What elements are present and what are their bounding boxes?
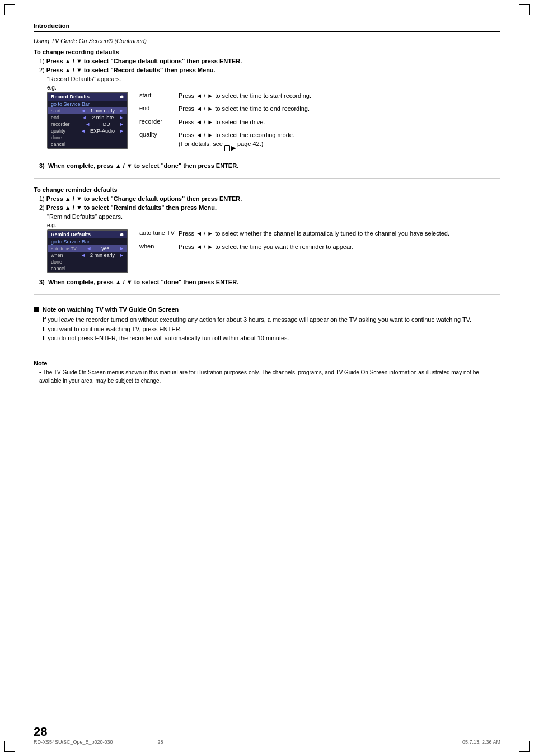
appears-text-1: "Record Defaults" appears.: [47, 76, 500, 82]
tv-autotune-right-arrow: ►: [119, 246, 124, 251]
step-2-1: 1) Press ▲ / ▼ to select "Change default…: [39, 195, 500, 202]
note-watching-tv-header: Note on watching TV with TV Guide On Scr…: [34, 306, 500, 313]
step-1-3-text: 3) When complete, press ▲ / ▼ to select …: [39, 162, 238, 169]
tv-row-recorder: recorder ◄ HDD ►: [48, 121, 127, 128]
footer-page: 28: [158, 739, 163, 745]
tv-quality-value: EXP-Audio: [90, 128, 115, 134]
tv-start-right-arrow: ►: [119, 108, 124, 114]
step-2-2-num: 2): [39, 204, 46, 211]
tv-start-value: 1 min early: [90, 108, 115, 114]
desc-key-end: end: [139, 105, 179, 111]
note-watching-tv-title: Note on watching TV with TV Guide On Scr…: [43, 306, 179, 313]
tv-row-quality: quality ◄ EXP-Audio ►: [48, 128, 127, 134]
note-body-line-3: If you do not press ENTER, the recorder …: [43, 334, 500, 343]
tv-row-2-cancel: cancel: [48, 265, 127, 272]
tv-end-label: end: [51, 115, 76, 120]
tv-service-bar-label: go to Service Bar: [51, 101, 90, 107]
small-note-body: • The TV Guide On Screen menus shown in …: [39, 368, 500, 385]
tv-screen-1: Record Defaults ⏺ go to Service Bar star…: [47, 92, 128, 149]
footer-left: RD-XS54SU/SC_Ope_E_p020-030 28: [34, 739, 163, 745]
note-square-icon: [34, 307, 39, 312]
note-watching-tv: Note on watching TV with TV Guide On Scr…: [34, 306, 500, 343]
footer-file: RD-XS54SU/SC_Ope_E_p020-030: [34, 739, 113, 745]
desc-key-recorder: recorder: [139, 118, 179, 125]
tv-when-value: 2 min early: [90, 252, 115, 258]
tv-header-1: Record Defaults ⏺: [48, 93, 127, 101]
tv-icon-1: ⏺: [120, 95, 124, 100]
chapter-title: Introduction: [34, 22, 500, 29]
page-number: 28: [34, 725, 47, 739]
tv-done-label: done: [51, 135, 76, 140]
tv-2-cancel-label: cancel: [51, 266, 76, 271]
reminder-defaults-title: To change reminder defaults: [34, 186, 500, 193]
desc-val-start: Press ◄ / ► to select the time to start …: [179, 92, 500, 100]
tv-recorder-right-arrow: ►: [119, 121, 124, 127]
tv-header-2: Remind Defaults ⏺: [48, 231, 127, 238]
note-body-line-1: If you leave the recorder turned on with…: [43, 315, 500, 325]
tv-when-label: when: [51, 252, 76, 258]
tv-when-right-arrow: ►: [119, 252, 124, 258]
step-2-1-text: Press ▲ / ▼ to select "Change default op…: [46, 195, 242, 202]
tv-end-right-arrow: ►: [119, 115, 124, 120]
example-area-2: Remind Defaults ⏺ go to Service Bar auto…: [47, 229, 500, 273]
tv-autotune-label: auto tune TV: [51, 246, 77, 251]
small-note: Note • The TV Guide On Screen menus show…: [34, 360, 500, 385]
tv-row-2-service-bar: go to Service Bar: [48, 238, 127, 245]
tv-2-service-bar-label: go to Service Bar: [51, 239, 90, 245]
section-recording-defaults: To change recording defaults 1) Press ▲ …: [34, 49, 500, 169]
tv-quality-right-arrow: ►: [119, 128, 124, 134]
tv-2-done-label: done: [51, 259, 76, 265]
step-1-1-text: Press ▲ / ▼ to select "Change default op…: [46, 58, 242, 64]
tv-when-left-arrow: ◄: [81, 252, 86, 258]
desc-row-autotune: auto tune TV Press ◄ / ► to select wheth…: [139, 229, 500, 238]
small-note-title: Note: [34, 360, 500, 367]
tv-row-done: done: [48, 134, 127, 141]
recording-defaults-title: To change recording defaults: [34, 49, 500, 55]
tv-icon-2: ⏺: [120, 232, 124, 237]
tv-row-start: start ◄ 1 min early ►: [48, 107, 127, 114]
step-2-1-num: 1): [39, 195, 46, 202]
example-area-1: Record Defaults ⏺ go to Service Bar star…: [47, 92, 500, 157]
tv-row-2-done: done: [48, 259, 127, 265]
tv-autotune-value: yes: [101, 246, 109, 251]
tv-recorder-value: HDD: [99, 121, 110, 127]
tv-start-label: start: [51, 108, 76, 114]
tv-cancel-label: cancel: [51, 142, 76, 147]
desc-val-autotune: Press ◄ / ► to select whether the channe…: [179, 229, 500, 238]
desc-table-1: start Press ◄ / ► to select the time to …: [139, 92, 500, 157]
footer-right: 05.7.13, 2:36 AM: [462, 739, 500, 745]
eg-label-1: e.g.: [47, 84, 500, 91]
tv-row-cancel: cancel: [48, 141, 127, 148]
step-1-2-num: 2): [39, 67, 46, 73]
desc-val-end: Press ◄ / ► to select the time to end re…: [179, 105, 500, 113]
step-1-2-text: Press ▲ / ▼ to select "Record defaults" …: [46, 67, 216, 73]
tv-screen-2: Remind Defaults ⏺ go to Service Bar auto…: [47, 229, 128, 273]
tv-recorder-left-arrow: ◄: [85, 121, 90, 127]
desc-val-recorder: Press ◄ / ► to select the drive.: [179, 118, 500, 126]
tv-row-end: end ◄ 2 min late ►: [48, 114, 127, 121]
tv-title-2: Remind Defaults: [51, 232, 91, 237]
tv-end-left-arrow: ◄: [82, 115, 87, 120]
step-2-3: 3) When complete, press ▲ / ▼ to select …: [39, 279, 500, 285]
divider-2: [34, 294, 500, 295]
note-body-line-2: If you want to continue watching TV, pre…: [43, 325, 500, 334]
desc-key-start: start: [139, 92, 179, 98]
section-subtitle: Using TV Guide On Screen® (Continued): [34, 37, 500, 44]
desc-row-recorder: recorder Press ◄ / ► to select the drive…: [139, 118, 500, 126]
desc-row-start: start Press ◄ / ► to select the time to …: [139, 92, 500, 100]
chapter-header: Introduction: [34, 22, 500, 32]
step-1-1: 1) Press ▲ / ▼ to select "Change default…: [39, 58, 500, 64]
divider-1: [34, 178, 500, 179]
step-1-1-num: 1): [39, 58, 46, 64]
step-1-3: 3) When complete, press ▲ / ▼ to select …: [39, 162, 500, 169]
desc-key-when: when: [139, 243, 179, 250]
tv-start-left-arrow: ◄: [81, 108, 86, 114]
appears-text-2: "Remind Defaults" appears.: [47, 213, 500, 220]
desc-row-end: end Press ◄ / ► to select the time to en…: [139, 105, 500, 113]
eg-label-2: e.g.: [47, 222, 500, 228]
desc-table-2: auto tune TV Press ◄ / ► to select wheth…: [139, 229, 500, 256]
step-1-2: 2) Press ▲ / ▼ to select "Record default…: [39, 67, 500, 73]
section-reminder-defaults: To change reminder defaults 1) Press ▲ /…: [34, 186, 500, 285]
tv-quality-left-arrow: ◄: [81, 128, 86, 134]
step-2-2-text: Press ▲ / ▼ to select "Remind defaults" …: [46, 204, 217, 211]
